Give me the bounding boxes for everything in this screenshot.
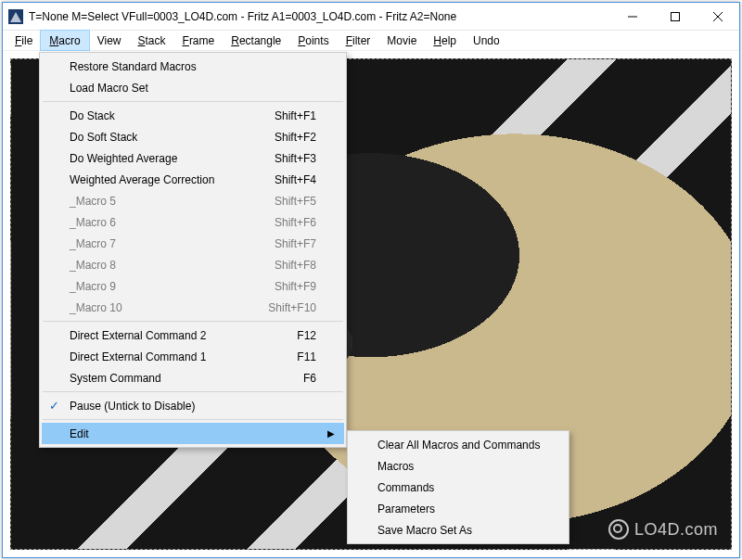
watermark-text: LO4D.com [634, 520, 718, 540]
macro-menu-item-weighted-average-correction[interactable]: Weighted Average CorrectionShift+F4 [42, 169, 344, 190]
menu-item-label: Direct External Command 1 [70, 350, 206, 363]
edit-submenu-item-save-macro-set-as[interactable]: Save Macro Set As [350, 519, 567, 541]
menubar: FileMacroViewStackFrameRectanglePointsFi… [3, 31, 739, 51]
menu-item-shortcut: Shift+F8 [243, 259, 316, 272]
menu-item-shortcut: Shift+F4 [243, 173, 316, 186]
menu-undo[interactable]: Undo [465, 31, 508, 50]
macro-menu-item-do-weighted-average[interactable]: Do Weighted AverageShift+F3 [42, 147, 344, 169]
menu-item-label: Commands [377, 481, 434, 494]
menu-movie[interactable]: Movie [378, 31, 425, 50]
macro-menu-item--macro-10[interactable]: _Macro 10Shift+F10 [42, 297, 344, 318]
macro-menu-item-direct-external-command-2[interactable]: Direct External Command 2F12 [42, 325, 344, 346]
menu-item-label: _Macro 8 [70, 259, 116, 272]
svg-rect-1 [672, 12, 680, 20]
menu-frame[interactable]: Frame [174, 31, 224, 50]
menu-item-label: Do Stack [70, 109, 115, 122]
macro-menu-item--macro-9[interactable]: _Macro 9Shift+F9 [42, 275, 344, 297]
menu-item-shortcut: F6 [272, 372, 316, 385]
macro-menu-dropdown: Restore Standard MacrosLoad Macro SetDo … [39, 52, 347, 448]
menu-item-shortcut: F11 [265, 350, 316, 363]
menu-item-shortcut: Shift+F10 [237, 301, 316, 314]
edit-submenu-item-parameters[interactable]: Parameters [350, 498, 567, 519]
app-window: T=None M=Select VFull=0003_LO4D.com - Fr… [2, 2, 740, 558]
menu-item-shortcut: Shift+F7 [243, 237, 316, 250]
menu-item-label: Save Macro Set As [377, 524, 472, 537]
menu-stack[interactable]: Stack [130, 31, 174, 50]
menu-item-label: _Macro 6 [70, 216, 116, 229]
menu-item-shortcut: Shift+F3 [243, 152, 316, 165]
menu-filter[interactable]: Filter [338, 31, 379, 50]
menu-item-shortcut: Shift+F1 [243, 109, 316, 122]
macro-menu-item-do-stack[interactable]: Do StackShift+F1 [42, 105, 344, 126]
menu-separator [43, 419, 343, 420]
submenu-arrow-icon: ▶ [327, 428, 335, 439]
menu-separator [43, 101, 343, 102]
menu-item-shortcut: Shift+F2 [243, 131, 316, 144]
menu-item-label: Edit [70, 427, 89, 440]
menu-rectangle[interactable]: Rectangle [223, 31, 289, 50]
edit-submenu-item-macros[interactable]: Macros [350, 455, 567, 477]
macro-menu-item--macro-7[interactable]: _Macro 7Shift+F7 [42, 233, 344, 254]
menu-item-shortcut: Shift+F9 [243, 280, 316, 293]
macro-menu-item-do-soft-stack[interactable]: Do Soft StackShift+F2 [42, 126, 344, 147]
close-button[interactable] [697, 3, 739, 30]
menu-item-label: Parameters [377, 503, 435, 515]
menu-item-label: _Macro 5 [70, 195, 116, 208]
watermark: LO4D.com [608, 519, 718, 540]
edit-submenu-item-commands[interactable]: Commands [350, 477, 567, 498]
watermark-icon [608, 519, 629, 540]
menu-item-label: _Macro 7 [70, 237, 116, 250]
macro-menu-item--macro-8[interactable]: _Macro 8Shift+F8 [42, 254, 344, 275]
titlebar: T=None M=Select VFull=0003_LO4D.com - Fr… [3, 3, 739, 31]
minimize-button[interactable] [611, 3, 654, 30]
menu-macro[interactable]: Macro [41, 31, 88, 50]
menu-item-label: Pause (Untick to Disable) [70, 400, 195, 413]
macro-menu-item-restore-standard-macros[interactable]: Restore Standard Macros [42, 56, 344, 77]
check-icon: ✓ [49, 399, 59, 413]
menu-item-shortcut: Shift+F6 [243, 216, 316, 229]
menu-help[interactable]: Help [425, 31, 465, 50]
maximize-button[interactable] [654, 3, 697, 30]
menu-item-label: Direct External Command 2 [70, 329, 206, 342]
menu-points[interactable]: Points [289, 31, 337, 50]
menu-view[interactable]: View [89, 31, 130, 50]
macro-menu-item-pause[interactable]: ✓Pause (Untick to Disable) [42, 395, 344, 416]
window-title: T=None M=Select VFull=0003_LO4D.com - Fr… [29, 10, 611, 23]
menu-item-shortcut: Shift+F5 [243, 195, 316, 208]
macro-menu-item-direct-external-command-1[interactable]: Direct External Command 1F11 [42, 346, 344, 367]
menu-file[interactable]: File [6, 31, 41, 50]
menu-item-label: Weighted Average Correction [70, 173, 214, 186]
macro-menu-item--macro-6[interactable]: _Macro 6Shift+F6 [42, 211, 344, 233]
edit-submenu-item-clear-all-macros-and-commands[interactable]: Clear All Macros and Commands [350, 434, 567, 455]
menu-item-label: Macros [377, 460, 414, 473]
edit-submenu: Clear All Macros and CommandsMacrosComma… [347, 430, 569, 544]
menu-item-label: System Command [70, 372, 161, 385]
app-icon [8, 9, 23, 24]
window-controls [611, 3, 739, 30]
menu-separator [43, 391, 343, 392]
macro-menu-item--macro-5[interactable]: _Macro 5Shift+F5 [42, 190, 344, 211]
macro-menu-item-edit[interactable]: Edit▶ [42, 423, 344, 444]
menu-item-label: Load Macro Set [70, 82, 148, 95]
macro-menu-item-system-command[interactable]: System CommandF6 [42, 367, 344, 388]
menu-separator [43, 321, 343, 322]
menu-item-label: Do Soft Stack [70, 131, 137, 144]
menu-item-label: Restore Standard Macros [70, 60, 197, 73]
menu-item-label: Do Weighted Average [70, 152, 177, 165]
menu-item-shortcut: F12 [265, 329, 316, 342]
menu-item-label: _Macro 10 [70, 301, 122, 314]
macro-menu-item-load-macro-set[interactable]: Load Macro Set [42, 77, 344, 98]
menu-item-label: _Macro 9 [70, 280, 116, 293]
menu-item-label: Clear All Macros and Commands [377, 439, 540, 452]
